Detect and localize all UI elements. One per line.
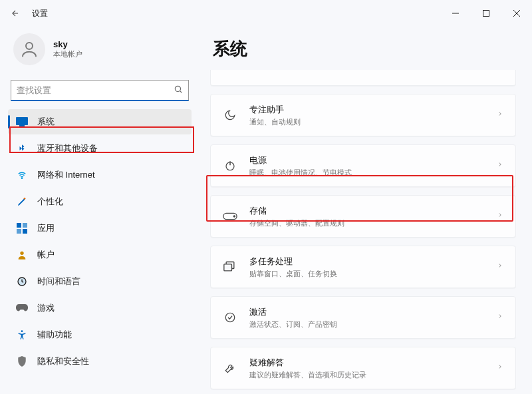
svg-rect-0 — [483, 11, 489, 17]
svg-point-19 — [225, 313, 235, 322]
svg-point-13 — [21, 330, 23, 332]
sidebar-item-gaming[interactable]: 游戏 — [8, 296, 192, 321]
sidebar-item-label: 隐私和安全性 — [37, 355, 89, 367]
sidebar-item-label: 个性化 — [37, 196, 63, 208]
sidebar-item-label: 网络和 Internet — [37, 169, 95, 181]
user-name: sky — [53, 39, 82, 49]
power-icon — [223, 158, 237, 173]
svg-point-16 — [233, 216, 235, 217]
clock-icon — [16, 276, 28, 288]
card-sub: 激活状态、订阅、产品密钥 — [249, 319, 485, 329]
check-circle-icon — [223, 310, 237, 325]
close-button[interactable] — [501, 3, 532, 24]
card-focus-assist[interactable]: 专注助手 通知、自动规则 — [210, 94, 516, 136]
window-title: 设置 — [32, 8, 48, 19]
card-title: 多任务处理 — [249, 256, 485, 268]
card-power[interactable]: 电源 睡眠、电池使用情况、节电模式 — [210, 144, 516, 187]
svg-rect-4 — [19, 125, 25, 126]
svg-rect-8 — [23, 223, 27, 228]
user-account-block[interactable]: sky 本地帐户 — [8, 27, 192, 77]
card-sub: 建议的疑难解答、首选项和历史记录 — [249, 370, 485, 380]
svg-rect-18 — [224, 264, 232, 271]
sidebar-item-label: 应用 — [37, 222, 55, 234]
svg-rect-3 — [16, 117, 28, 125]
maximize-button[interactable] — [471, 3, 501, 24]
accessibility-icon — [16, 329, 28, 341]
card-sub: 通知、自动规则 — [249, 117, 485, 127]
search-icon — [174, 85, 183, 97]
sidebar-item-label: 游戏 — [37, 302, 55, 314]
svg-rect-9 — [17, 229, 21, 234]
svg-point-5 — [21, 178, 22, 178]
card-storage[interactable]: 存储 存储空间、驱动器、配置规则 — [210, 195, 516, 238]
sidebar-item-bluetooth[interactable]: 蓝牙和其他设备 — [8, 136, 192, 161]
bluetooth-icon — [16, 142, 28, 154]
sidebar-item-label: 辅助功能 — [37, 329, 72, 341]
search-box[interactable] — [11, 80, 189, 101]
chevron-right-icon — [497, 109, 503, 121]
sidebar-item-label: 系统 — [37, 116, 55, 128]
card-sub: 存储空间、驱动器、配置规则 — [249, 218, 485, 228]
system-icon — [16, 116, 28, 128]
shield-icon — [16, 355, 28, 367]
card-title: 存储 — [249, 205, 485, 217]
multitask-icon — [223, 260, 237, 274]
apps-icon — [16, 222, 28, 234]
card-sub: 睡眠、电池使用情况、节电模式 — [249, 168, 485, 178]
svg-point-2 — [175, 86, 180, 91]
sidebar-item-accounts[interactable]: 帐户 — [8, 242, 192, 268]
svg-rect-7 — [17, 223, 21, 228]
sidebar-item-system[interactable]: 系统 — [8, 109, 192, 134]
chevron-right-icon — [497, 210, 503, 222]
card-title: 电源 — [249, 154, 485, 166]
card-activation[interactable]: 激活 激活状态、订阅、产品密钥 — [210, 296, 516, 339]
user-sub: 本地帐户 — [53, 49, 82, 59]
card-troubleshoot[interactable]: 疑难解答 建议的疑难解答、首选项和历史记录 — [210, 347, 516, 389]
search-input[interactable] — [17, 85, 174, 95]
sidebar-item-accessibility[interactable]: 辅助功能 — [8, 322, 192, 347]
sidebar-item-time-language[interactable]: 时间和语言 — [8, 269, 192, 294]
sidebar-item-apps[interactable]: 应用 — [8, 216, 192, 241]
svg-point-11 — [20, 252, 23, 255]
avatar — [13, 33, 45, 65]
chevron-right-icon — [497, 362, 503, 374]
gaming-icon — [16, 302, 28, 314]
chevron-right-icon — [497, 311, 503, 323]
card-sub: 贴靠窗口、桌面、任务切换 — [249, 269, 485, 279]
sidebar-item-personalization[interactable]: 个性化 — [8, 189, 192, 214]
wrench-icon — [223, 361, 237, 375]
svg-point-1 — [26, 43, 33, 49]
sidebar-item-label: 蓝牙和其他设备 — [37, 142, 98, 154]
wifi-icon — [16, 169, 28, 181]
sidebar-item-network[interactable]: 网络和 Internet — [8, 162, 192, 188]
moon-icon — [223, 108, 237, 122]
paintbrush-icon — [16, 196, 28, 208]
minimize-button[interactable] — [440, 3, 471, 24]
back-button[interactable] — [9, 7, 21, 19]
sidebar-item-label: 时间和语言 — [37, 276, 80, 288]
svg-rect-10 — [23, 229, 27, 234]
storage-icon — [223, 209, 237, 224]
sidebar-item-label: 帐户 — [37, 249, 55, 261]
card-title: 专注助手 — [249, 104, 485, 116]
chevron-right-icon — [497, 160, 503, 172]
sidebar-item-privacy[interactable]: 隐私和安全性 — [8, 349, 192, 374]
accounts-icon — [16, 249, 28, 261]
card-partial-prev[interactable] — [210, 70, 516, 86]
svg-point-6 — [24, 198, 26, 200]
page-title: 系统 — [213, 37, 516, 61]
card-title: 疑难解答 — [249, 357, 485, 369]
card-title: 激活 — [249, 306, 485, 318]
card-multitask[interactable]: 多任务处理 贴靠窗口、桌面、任务切换 — [210, 246, 516, 288]
chevron-right-icon — [497, 261, 503, 273]
